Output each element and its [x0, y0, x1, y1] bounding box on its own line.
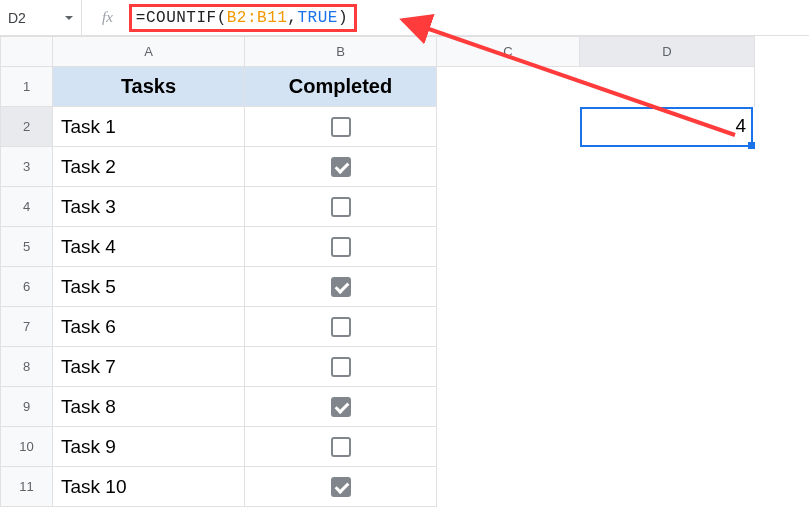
cell[interactable]: [580, 347, 755, 387]
cell[interactable]: [437, 467, 580, 507]
table-row: 7Task 6: [1, 307, 755, 347]
checkbox-cell[interactable]: [245, 227, 437, 267]
cell[interactable]: [437, 307, 580, 347]
task-cell[interactable]: Task 1: [53, 107, 245, 147]
table-row: 8Task 7: [1, 347, 755, 387]
cell-D2-value[interactable]: 4: [580, 115, 746, 137]
table-row: 1 Tasks Completed: [1, 67, 755, 107]
cell[interactable]: [580, 267, 755, 307]
row-header[interactable]: 1: [1, 67, 53, 107]
checkbox-cell[interactable]: [245, 387, 437, 427]
header-completed[interactable]: Completed: [245, 67, 437, 107]
column-header-row: A B C D: [1, 37, 755, 67]
checkbox-cell[interactable]: [245, 267, 437, 307]
task-cell[interactable]: Task 4: [53, 227, 245, 267]
checkbox-checked-icon[interactable]: [331, 277, 351, 297]
cell[interactable]: [437, 187, 580, 227]
checkbox-unchecked-icon[interactable]: [331, 357, 351, 377]
select-all-corner[interactable]: [1, 37, 53, 67]
column-header-C[interactable]: C: [437, 37, 580, 67]
cell[interactable]: [437, 267, 580, 307]
spreadsheet-grid[interactable]: A B C D 1 Tasks Completed 2Task 13Task 2…: [0, 36, 809, 507]
column-header-A[interactable]: A: [53, 37, 245, 67]
name-box[interactable]: D2: [0, 0, 82, 35]
checkbox-checked-icon[interactable]: [331, 397, 351, 417]
row-header[interactable]: 4: [1, 187, 53, 227]
checkbox-cell[interactable]: [245, 427, 437, 467]
cell[interactable]: [580, 387, 755, 427]
table-row: 4Task 3: [1, 187, 755, 227]
checkbox-cell[interactable]: [245, 347, 437, 387]
table-row: 9Task 8: [1, 387, 755, 427]
checkbox-cell[interactable]: [245, 187, 437, 227]
formula-token: ,: [287, 9, 297, 27]
checkbox-checked-icon[interactable]: [331, 477, 351, 497]
row-header[interactable]: 11: [1, 467, 53, 507]
checkbox-unchecked-icon[interactable]: [331, 117, 351, 137]
formula-annotation-highlight: =COUNTIF( B2:B11 , TRUE ): [129, 4, 357, 32]
column-header-B[interactable]: B: [245, 37, 437, 67]
checkbox-cell[interactable]: [245, 467, 437, 507]
row-header[interactable]: 7: [1, 307, 53, 347]
task-cell[interactable]: Task 2: [53, 147, 245, 187]
checkbox-unchecked-icon[interactable]: [331, 237, 351, 257]
cell[interactable]: [437, 67, 580, 107]
cell[interactable]: [437, 427, 580, 467]
row-header[interactable]: 3: [1, 147, 53, 187]
formula-token: =COUNTIF(: [136, 9, 227, 27]
formula-bar: D2 fx =COUNTIF( B2:B11 , TRUE ): [0, 0, 809, 36]
checkbox-unchecked-icon[interactable]: [331, 437, 351, 457]
checkbox-cell[interactable]: [245, 307, 437, 347]
checkbox-checked-icon[interactable]: [331, 157, 351, 177]
table-row: 3Task 2: [1, 147, 755, 187]
task-cell[interactable]: Task 6: [53, 307, 245, 347]
cell[interactable]: [580, 147, 755, 187]
chevron-down-icon[interactable]: [65, 16, 73, 20]
row-header[interactable]: 2: [1, 107, 53, 147]
table-row: 5Task 4: [1, 227, 755, 267]
checkbox-unchecked-icon[interactable]: [331, 317, 351, 337]
task-cell[interactable]: Task 5: [53, 267, 245, 307]
checkbox-cell[interactable]: [245, 107, 437, 147]
cell[interactable]: [437, 387, 580, 427]
checkbox-unchecked-icon[interactable]: [331, 197, 351, 217]
fx-icon: fx: [82, 9, 129, 26]
task-cell[interactable]: Task 7: [53, 347, 245, 387]
task-cell[interactable]: Task 3: [53, 187, 245, 227]
cell[interactable]: [580, 427, 755, 467]
header-tasks[interactable]: Tasks: [53, 67, 245, 107]
cell[interactable]: [580, 67, 755, 107]
row-header[interactable]: 5: [1, 227, 53, 267]
task-cell[interactable]: Task 9: [53, 427, 245, 467]
cell[interactable]: [580, 307, 755, 347]
task-cell[interactable]: Task 8: [53, 387, 245, 427]
row-header[interactable]: 6: [1, 267, 53, 307]
table-row: 11Task 10: [1, 467, 755, 507]
cell[interactable]: [437, 107, 580, 147]
column-header-D[interactable]: D: [580, 37, 755, 67]
cell[interactable]: [580, 467, 755, 507]
cell[interactable]: [580, 187, 755, 227]
row-header[interactable]: 8: [1, 347, 53, 387]
formula-input[interactable]: =COUNTIF( B2:B11 , TRUE ): [129, 4, 357, 32]
cell[interactable]: [580, 227, 755, 267]
row-header[interactable]: 9: [1, 387, 53, 427]
formula-token-bool: TRUE: [297, 9, 337, 27]
task-cell[interactable]: Task 10: [53, 467, 245, 507]
cell-reference: D2: [8, 10, 26, 26]
table-row: 10Task 9: [1, 427, 755, 467]
checkbox-cell[interactable]: [245, 147, 437, 187]
table-row: 6Task 5: [1, 267, 755, 307]
row-header[interactable]: 10: [1, 427, 53, 467]
cell[interactable]: [437, 347, 580, 387]
formula-token-range: B2:B11: [227, 9, 288, 27]
cell[interactable]: [437, 147, 580, 187]
cell[interactable]: [437, 227, 580, 267]
formula-token: ): [338, 9, 348, 27]
